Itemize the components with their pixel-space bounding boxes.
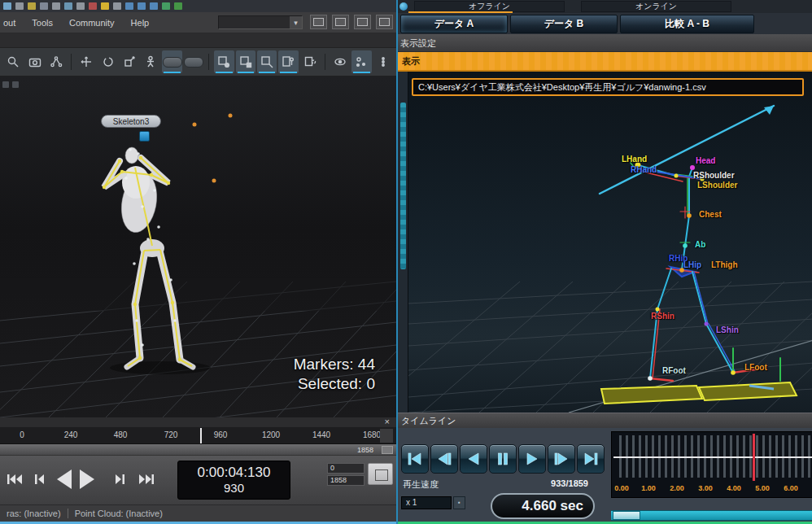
tab-compare-ab[interactable]: 比較 A - B [620,15,754,33]
toolbar-icon[interactable] [113,2,121,10]
toolbar-icon[interactable] [125,2,133,10]
ruler-tick: 480 [114,430,128,439]
show-labels-icon[interactable] [351,50,371,73]
toolbar-icon[interactable] [162,2,170,10]
timeline-scrollbar[interactable]: 1858 [0,444,396,456]
selection-mode-pill[interactable] [162,50,181,73]
skip-to-start-button[interactable] [401,444,429,474]
time-ruler[interactable]: 0.00 1.00 2.00 3.00 4.00 5.00 6.00 [611,431,812,498]
menu-layout[interactable]: out [2,16,17,29]
toolbar-icon[interactable] [52,2,60,10]
skeleton-tool-icon[interactable] [141,50,160,73]
skeleton-lock-icon[interactable] [139,131,150,142]
menu-tools[interactable]: Tools [30,16,55,29]
vertical-scroll-strip[interactable] [398,72,408,413]
toolbar-icon[interactable] [28,2,36,10]
toolbar-icon[interactable] [15,2,24,10]
time-tick: 3.00 [698,484,713,492]
toolbar-icon[interactable] [3,2,11,10]
range-end-field[interactable]: 1858 [327,475,365,486]
step-forward-button[interactable] [548,444,575,474]
app-icon [399,2,408,11]
toolbar-icon[interactable] [89,2,97,10]
window-layout-button[interactable] [376,15,393,29]
marker-links-icon[interactable] [46,50,66,73]
play-backward-button[interactable] [55,469,73,490]
zoom-select-icon[interactable] [3,50,23,73]
speed-dropdown-icon[interactable]: ▪ [453,496,465,509]
ruler-tick: 1440 [312,430,330,439]
scrollbar-handle[interactable] [613,511,640,520]
right-3d-scene [398,72,812,413]
tab-offline[interactable]: オフライン [414,1,565,12]
time-tick: 1.00 [641,484,656,492]
window-layout-button[interactable] [354,15,371,29]
scrollbar-handle[interactable] [382,446,393,454]
tab-data-a[interactable]: データ A [400,15,508,33]
step-back-button[interactable] [430,444,458,474]
select-rigid-body-icon[interactable] [300,50,320,73]
vertical-scrollbar-handle[interactable] [400,103,406,269]
window-layout-button[interactable] [332,15,349,29]
ruler-end-block [380,429,393,443]
toolbar-icon[interactable] [76,2,85,10]
camera-icon[interactable] [24,50,44,73]
toolbar-icon[interactable] [150,2,158,10]
ruler-baseline [613,456,812,458]
scrollbar-track[interactable] [611,511,812,520]
range-start-field[interactable]: 0 [327,463,365,474]
select-skeleton-icon[interactable] [278,50,298,73]
playback-speed-label: 再生速度 [403,478,439,491]
play-button[interactable] [78,469,96,490]
csv-file-path-field[interactable]: C:¥Users¥ダイヤ工業株式会社¥Desktop¥再生用¥ゴルフ¥danwi… [412,78,804,96]
right-3d-viewport[interactable]: LHandRHandHeadRShoulderLShoulderChestAbR… [398,72,812,413]
pause-button[interactable] [489,444,517,474]
rotate-tool-icon[interactable] [98,50,117,73]
left-3d-viewport[interactable]: Skeleton3 Markers: 44 Selected: 0 [0,76,396,417]
playhead[interactable] [753,434,755,481]
select-markers-icon[interactable] [214,50,234,73]
select-assets-icon[interactable] [236,50,255,73]
play-button[interactable] [518,444,546,474]
tab-online[interactable]: オンライン [581,1,731,12]
toolbar-icon[interactable] [40,2,48,10]
move-tool-icon[interactable] [76,50,96,73]
timeline-scrollbar[interactable] [611,510,812,521]
force-plates [601,382,797,404]
chevron-down-icon[interactable]: ▾ [290,16,302,28]
window-layout-button[interactable] [310,15,327,29]
skip-to-start-button[interactable] [7,474,23,485]
close-icon[interactable]: × [385,417,390,427]
warning-icon[interactable] [101,2,109,10]
next-frame-button[interactable] [114,474,125,485]
previous-frame-button[interactable] [34,474,46,485]
toolbar-icon[interactable] [174,2,182,10]
toolbar-icon[interactable] [138,2,146,10]
tab-data-b[interactable]: データ B [510,15,618,33]
selection-mode-pill[interactable] [184,50,203,73]
playback-speed-select[interactable]: x 1 [401,496,452,509]
skeleton-name-tag[interactable]: Skeleton3 [101,115,161,128]
frame-ruler[interactable]: 0 240 480 720 960 1200 1440 1680 [0,427,396,444]
skeleton-joint-label-ab: Ab [695,240,705,249]
visibility-eye-icon[interactable] [330,50,350,73]
time-tick: 2.00 [670,484,684,492]
playhead[interactable] [200,428,202,443]
left-timeline-panel: × 0 240 480 720 960 1200 1440 1680 1858 [0,417,396,504]
right-playback-app: オフライン オンライン データ A データ B 比較 A - B 表示設定 表示 [396,0,812,524]
play-backward-button[interactable] [460,444,487,474]
scale-tool-icon[interactable] [120,50,139,73]
toolbar-icon[interactable] [64,2,72,10]
mode-tab-bar: オフライン オンライン [398,0,812,13]
layout-combo-box[interactable]: ▾ [218,15,303,29]
skip-to-end-button[interactable] [577,444,605,474]
menu-help[interactable]: Help [129,16,151,29]
ruler-tick: 720 [164,430,178,439]
frame-counter: 933/1859 [520,478,588,488]
display-section-bar[interactable]: 表示 [398,52,812,72]
menu-community[interactable]: Community [68,16,116,29]
toolbar-overflow-icon[interactable] [373,50,393,73]
skip-to-end-button[interactable] [138,474,155,485]
select-bones-icon[interactable] [257,50,277,73]
reset-range-button[interactable] [368,463,393,485]
